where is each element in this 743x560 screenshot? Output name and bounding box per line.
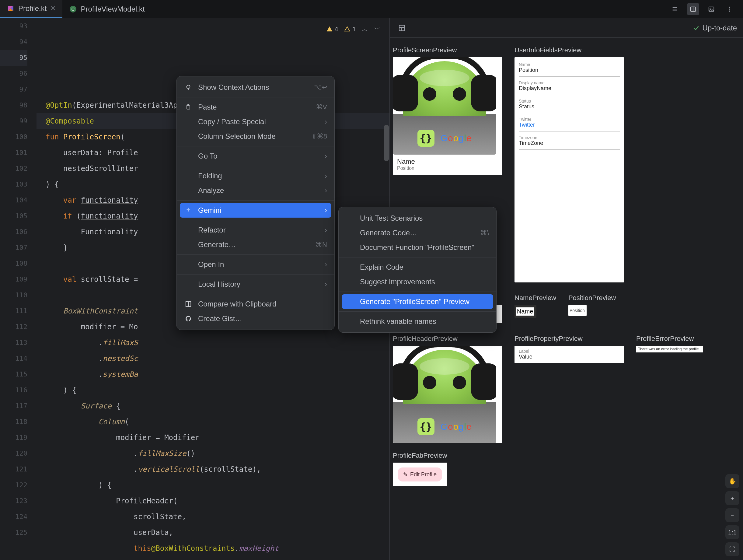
edit-profile-fab[interactable]: ✎ Edit Profile: [398, 468, 442, 481]
next-highlight-icon[interactable]: ﹀: [374, 21, 380, 37]
code-line[interactable]: .verticalScroll(scrollState),: [37, 461, 389, 477]
menu-item-label: Unit Test Scenarios: [360, 214, 489, 222]
line-number: 115: [0, 367, 28, 382]
menu-item[interactable]: Rethink variable names: [339, 314, 496, 329]
tab-profile-viewmodel-kt[interactable]: C ProfileViewModel.kt: [62, 0, 151, 18]
menu-item[interactable]: Generate…⌘N: [177, 238, 334, 252]
menu-item[interactable]: Copy / Paste Special›: [177, 115, 334, 129]
code-line[interactable]: userData,: [37, 525, 389, 541]
code-line[interactable]: .systemBa: [37, 367, 389, 382]
preview-profile-error: ProfileErrorPreview There was an error l…: [636, 332, 703, 443]
zoom-ratio[interactable]: 1:1: [725, 525, 739, 539]
menu-item[interactable]: Generate Code…⌘\: [339, 225, 496, 240]
zoom-in-icon[interactable]: ＋: [725, 491, 739, 505]
menu-item-label: Folding: [198, 172, 319, 180]
form-field: NamePosition: [519, 60, 620, 77]
preview-profile-header: ProfileHeaderPreview {} Google: [393, 332, 502, 443]
list-view-icon[interactable]: [669, 3, 681, 15]
menu-item[interactable]: Show Context Actions⌥↩: [177, 80, 334, 95]
menu-shortcut: ⇧⌘8: [311, 132, 327, 140]
code-line[interactable]: modifier = Modifier: [37, 430, 389, 445]
menu-item-label: Refactor: [198, 226, 319, 234]
line-number: 116: [0, 382, 28, 398]
weak-warnings-badge[interactable]: 1: [344, 21, 356, 37]
line-number: 100: [0, 129, 28, 145]
menu-item[interactable]: Gemini›: [180, 203, 331, 218]
line-number: 95: [0, 50, 28, 66]
code-line[interactable]: ) {: [37, 477, 389, 493]
menu-item[interactable]: Local History›: [177, 277, 334, 292]
code-line[interactable]: this@BoxWithConstraints.maxHeight: [37, 541, 389, 556]
menu-item[interactable]: Generate "ProfileScreen" Preview: [342, 294, 493, 309]
code-line[interactable]: .fillMaxSize(): [37, 445, 389, 461]
menu-item[interactable]: Refactor›: [177, 223, 334, 238]
menu-item[interactable]: Document Function "ProfileScreen": [339, 240, 496, 255]
tab-label: Profile.kt: [18, 4, 47, 13]
close-icon[interactable]: ✕: [50, 5, 56, 12]
preview-position: PositionPreview Position: [568, 291, 616, 323]
menu-item[interactable]: Open In›: [177, 257, 334, 272]
line-number: 119: [0, 430, 28, 445]
menu-item[interactable]: Column Selection Mode⇧⌘8: [177, 129, 334, 144]
line-number: 124: [0, 509, 28, 525]
menu-item[interactable]: Folding›: [177, 169, 334, 183]
svg-point-13: [729, 8, 730, 10]
zoom-out-icon[interactable]: －: [725, 508, 739, 522]
menu-item[interactable]: Create Gist…: [177, 311, 334, 326]
menu-item-label: Gemini: [198, 206, 319, 215]
line-number: 112: [0, 319, 28, 335]
warnings-badge[interactable]: 4: [326, 21, 338, 37]
preview-status: Up-to-date: [693, 24, 737, 32]
code-line[interactable]: ) {: [37, 382, 389, 398]
menu-item-label: Column Selection Mode: [198, 132, 306, 141]
code-line[interactable]: ProfileHeader(: [37, 493, 389, 509]
line-number: 94: [0, 34, 28, 50]
menu-item[interactable]: Unit Test Scenarios: [339, 211, 496, 225]
prev-highlight-icon[interactable]: ︿: [361, 21, 368, 37]
menu-item[interactable]: Suggest Improvements: [339, 274, 496, 289]
line-number: 106: [0, 224, 28, 240]
menu-shortcut: ⌘V: [316, 103, 327, 111]
google-logo: Google: [441, 133, 472, 143]
layout-toggle-icon[interactable]: [396, 22, 408, 34]
line-number: 110: [0, 287, 28, 303]
code-line[interactable]: scrollState,: [37, 509, 389, 525]
fit-icon[interactable]: ⛶: [725, 542, 739, 556]
line-number: 105: [0, 208, 28, 224]
line-number: 111: [0, 303, 28, 319]
preview-zoom-tools: ✋＋－1:1⛶: [725, 474, 739, 556]
menu-item-label: Document Function "ProfileScreen": [360, 243, 489, 252]
code-line[interactable]: Column(: [37, 414, 389, 430]
menu-item[interactable]: Go To›: [177, 149, 334, 164]
menu-item[interactable]: Explain Code: [339, 260, 496, 274]
braces-icon: {}: [418, 130, 435, 147]
split-view-icon[interactable]: [687, 3, 699, 15]
menu-item-label: Show Context Actions: [198, 83, 308, 92]
menu-item[interactable]: Analyze›: [177, 183, 334, 198]
pan-icon[interactable]: ✋: [725, 474, 739, 488]
line-number: 96: [0, 66, 28, 82]
menu-item-label: Generate…: [198, 241, 310, 249]
google-logo: Google: [441, 422, 472, 432]
code-line[interactable]: ): [37, 556, 389, 560]
menu-shortcut: ⌘\: [480, 229, 489, 237]
menu-item-label: Generate "ProfileScreen" Preview: [360, 297, 489, 306]
tab-profile-kt[interactable]: Profile.kt ✕: [0, 0, 62, 18]
line-number: 120: [0, 445, 28, 461]
code-line[interactable]: .nestedSc: [37, 351, 389, 367]
line-number: 122: [0, 477, 28, 493]
inspection-bar[interactable]: 4 1 ︿ ﹀: [326, 21, 381, 37]
code-line[interactable]: Surface {: [37, 398, 389, 414]
form-field: Display nameDisplayName: [519, 79, 620, 95]
chevron-right-icon: ›: [325, 226, 327, 234]
editor-scrollbar[interactable]: [384, 125, 389, 161]
more-icon[interactable]: [724, 3, 736, 15]
image-view-icon[interactable]: [705, 3, 717, 15]
code-line[interactable]: .fillMaxS: [37, 335, 389, 351]
menu-item[interactable]: Paste⌘V: [177, 100, 334, 115]
svg-point-15: [187, 85, 190, 89]
braces-icon: {}: [418, 418, 435, 435]
chevron-right-icon: ›: [325, 186, 327, 195]
tab-strip: Profile.kt ✕ C ProfileViewModel.kt: [0, 0, 743, 18]
menu-item[interactable]: Compare with Clipboard: [177, 297, 334, 311]
